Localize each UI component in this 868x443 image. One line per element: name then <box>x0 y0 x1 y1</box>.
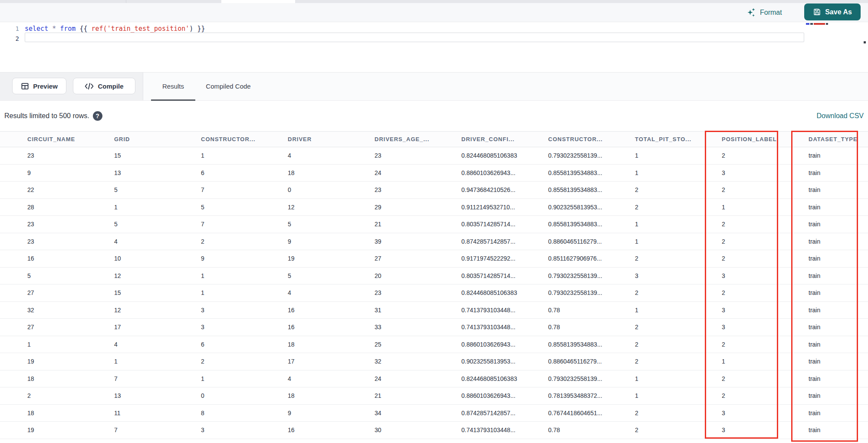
format-button[interactable]: Format <box>746 6 782 19</box>
table-cell: 0.7930232558139... <box>542 289 629 296</box>
save-as-label: Save As <box>825 8 852 16</box>
table-cell: 30 <box>369 426 456 433</box>
code-token: * <box>52 25 56 33</box>
help-icon[interactable]: ? <box>93 111 102 121</box>
table-cell: 27 <box>22 289 108 296</box>
table-cell: 4 <box>282 289 369 296</box>
editor-minimap[interactable] <box>804 22 868 72</box>
table-cell: 16 <box>22 255 108 262</box>
code-token <box>56 25 60 33</box>
column-header: GRID <box>108 136 195 142</box>
table-cell: 0.8035714285714... <box>456 221 542 228</box>
table-cell: 16 <box>282 426 369 433</box>
table-cell: 0.7930232558139... <box>542 152 629 159</box>
table-row: 22570230.9473684210526...0.8558139534883… <box>0 182 868 199</box>
sql-editor[interactable]: 1 2 select * from {{ ref('train_test_pos… <box>0 22 868 72</box>
table-cell: 16 <box>282 307 369 314</box>
editor-toolbar: Format Save As <box>0 3 868 22</box>
table-cell: 28 <box>22 204 108 211</box>
table-cell: train <box>803 186 867 193</box>
table-cell: 2 <box>716 341 803 348</box>
table-cell: 23 <box>369 152 456 159</box>
table-cell: 18 <box>22 375 108 382</box>
results-tabs: Results Compiled Code <box>151 73 261 101</box>
preview-button[interactable]: Preview <box>12 78 66 94</box>
table-cell: 0.7413793103448... <box>456 324 542 331</box>
table-cell: train <box>803 221 867 228</box>
tab-separator <box>126 0 126 3</box>
table-cell: 3 <box>716 272 803 279</box>
table-cell: 7 <box>108 375 195 382</box>
table-cell: 18 <box>282 169 369 176</box>
table-cell: train <box>803 204 867 211</box>
table-cell: 0.824468085106383 <box>456 289 542 296</box>
table-row: 3212316310.7413793103448...0.7813train <box>0 302 868 319</box>
results-toolbar: Preview Compile Results Compiled Code <box>0 72 868 101</box>
column-header: DATASET_TYPE <box>803 136 867 142</box>
table-header-row: CIRCUIT_NAMEGRIDCONSTRUCTOR...DRIVERDRIV… <box>0 131 868 147</box>
table-cell: 0.8860465116279... <box>542 238 629 245</box>
table-cell: 31 <box>369 307 456 314</box>
table-cell: 2 <box>195 358 282 365</box>
active-file-tab[interactable] <box>221 0 295 3</box>
table-cell: 22 <box>22 186 108 193</box>
table-cell: 6 <box>195 341 282 348</box>
column-header: TOTAL_PIT_STO... <box>629 136 716 142</box>
table-cell: 0.8558139534883... <box>542 341 629 348</box>
table-cell: 3 <box>195 324 282 331</box>
table-cell: 7 <box>195 221 282 228</box>
table-cell: 1 <box>629 392 716 399</box>
table-cell: 2 <box>716 152 803 159</box>
table-cell: 0.8860103626943... <box>456 169 542 176</box>
table-cell: 1 <box>629 221 716 228</box>
code-token: ref( <box>92 25 107 33</box>
table-cell: 33 <box>369 324 456 331</box>
table-cell: 13 <box>108 169 195 176</box>
table-cell: 10 <box>108 255 195 262</box>
code-token: }} <box>197 25 205 33</box>
code-token <box>88 25 92 33</box>
save-as-button[interactable]: Save As <box>804 3 861 20</box>
compile-button[interactable]: Compile <box>73 78 135 94</box>
table-cell: 0.7413793103448... <box>456 426 542 433</box>
table-cell: 2 <box>629 255 716 262</box>
table-cell: 15 <box>108 152 195 159</box>
sql-ide-results-view: Format Save As 1 2 select * from {{ ref(… <box>0 0 868 443</box>
table-cell: 4 <box>108 341 195 348</box>
table-cell: 0.8742857142857... <box>456 410 542 417</box>
table-cell: 2 <box>629 186 716 193</box>
download-csv-link[interactable]: Download CSV <box>817 112 864 120</box>
table-cell: 0.9473684210526... <box>456 186 542 193</box>
table-cell: 3 <box>716 169 803 176</box>
table-cell: 32 <box>22 307 108 314</box>
minimap-code-line <box>806 23 828 25</box>
tab-results[interactable]: Results <box>151 73 195 101</box>
table-cell: 5 <box>195 204 282 211</box>
table-cell: 2 <box>629 426 716 433</box>
table-cell: 3 <box>716 324 803 331</box>
table-cell: 18 <box>22 410 108 417</box>
table-cell: 1 <box>629 307 716 314</box>
column-header: CONSTRUCTOR... <box>542 136 629 142</box>
table-cell: 1 <box>195 375 282 382</box>
tab-compiled-code[interactable]: Compiled Code <box>195 73 261 101</box>
table-cell: 23 <box>22 221 108 228</box>
table-cell: train <box>803 392 867 399</box>
table-cell: 9 <box>22 169 108 176</box>
table-cell: 21 <box>369 221 456 228</box>
table-cell: 0.8511627906976... <box>542 255 629 262</box>
table-cell: 11 <box>108 410 195 417</box>
table-cell: train <box>803 410 867 417</box>
table-cell: 4 <box>282 152 369 159</box>
table-cell: 29 <box>369 204 456 211</box>
table-cell: 0.78 <box>542 307 629 314</box>
table-cell: 0.9023255813953... <box>542 204 629 211</box>
column-header: CIRCUIT_NAME <box>22 136 108 142</box>
table-row: 14618250.8860103626943...0.8558139534883… <box>0 336 868 354</box>
line-number-gutter: 1 2 <box>0 24 19 44</box>
sparkles-icon <box>746 7 756 18</box>
table-cell: 27 <box>369 255 456 262</box>
active-line-highlight <box>25 33 804 42</box>
table-cell: 1 <box>629 169 716 176</box>
save-icon <box>813 8 821 16</box>
